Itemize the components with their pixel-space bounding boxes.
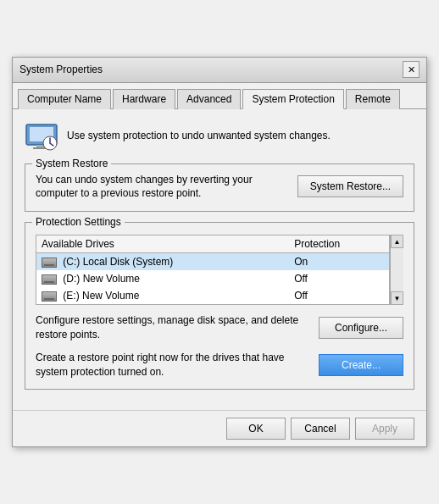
system-restore-group: System Restore You can undo system chang… xyxy=(25,163,414,213)
ok-button[interactable]: OK xyxy=(226,418,286,440)
scroll-down-button[interactable]: ▼ xyxy=(391,291,403,305)
col-available-drives: Available Drives xyxy=(36,235,290,253)
table-row[interactable]: (E:) New Volume Off xyxy=(36,287,390,305)
window-title: System Properties xyxy=(19,64,103,75)
create-button[interactable]: Create... xyxy=(319,354,403,376)
system-restore-button[interactable]: System Restore... xyxy=(297,175,403,197)
table-row[interactable]: (D:) New Volume Off xyxy=(36,270,390,287)
drive-icon xyxy=(42,291,57,302)
tab-remote[interactable]: Remote xyxy=(346,89,400,109)
protection-settings-group: Protection Settings Available Drives Pro… xyxy=(25,222,414,390)
configure-section: Configure restore settings, manage disk … xyxy=(36,313,403,342)
drive-icon xyxy=(42,274,57,285)
system-restore-description: You can undo system changes by reverting… xyxy=(36,173,289,202)
footer: OK Cancel Apply xyxy=(13,410,426,446)
tab-advanced[interactable]: Advanced xyxy=(177,89,241,109)
configure-button[interactable]: Configure... xyxy=(319,317,403,339)
title-bar: System Properties ✕ xyxy=(13,58,426,83)
col-protection: Protection xyxy=(289,235,389,253)
drive-name: (E:) New Volume xyxy=(36,287,290,305)
create-text: Create a restore point right now for the… xyxy=(36,351,310,379)
scroll-up-button[interactable]: ▲ xyxy=(391,235,403,248)
drive-name: (D:) New Volume xyxy=(36,270,290,287)
tab-bar: Computer Name Hardware Advanced System P… xyxy=(13,83,426,109)
scroll-track xyxy=(391,248,403,291)
tab-hardware[interactable]: Hardware xyxy=(113,89,175,109)
table-row[interactable]: (C:) Local Disk (System) On xyxy=(36,253,390,271)
tab-content: Use system protection to undo unwanted s… xyxy=(13,109,426,411)
system-restore-content: You can undo system changes by reverting… xyxy=(36,173,403,202)
drives-table-wrapper: Available Drives Protection (C:) L xyxy=(36,235,403,305)
header-section: Use system protection to undo unwanted s… xyxy=(25,119,414,153)
create-section: Create a restore point right now for the… xyxy=(36,351,403,379)
shield-icon xyxy=(25,119,58,153)
cancel-button[interactable]: Cancel xyxy=(291,418,350,440)
drive-name: (C:) Local Disk (System) xyxy=(36,253,290,271)
drive-protection: On xyxy=(289,253,389,271)
drive-protection: Off xyxy=(289,287,389,305)
apply-button[interactable]: Apply xyxy=(355,418,414,440)
scrollbar[interactable]: ▲ ▼ xyxy=(390,235,403,305)
protection-settings-label: Protection Settings xyxy=(32,216,125,228)
system-properties-window: System Properties ✕ Computer Name Hardwa… xyxy=(12,57,427,448)
drives-table: Available Drives Protection (C:) L xyxy=(36,235,390,305)
tab-computer-name[interactable]: Computer Name xyxy=(18,89,111,109)
drive-protection: Off xyxy=(289,270,389,287)
close-button[interactable]: ✕ xyxy=(403,61,420,78)
header-text: Use system protection to undo unwanted s… xyxy=(67,129,331,143)
system-restore-label: System Restore xyxy=(32,158,111,169)
drive-icon xyxy=(42,258,57,268)
tab-system-protection[interactable]: System Protection xyxy=(242,89,343,109)
configure-text: Configure restore settings, manage disk … xyxy=(36,313,310,342)
protection-settings-inner: Available Drives Protection (C:) L xyxy=(36,235,403,379)
